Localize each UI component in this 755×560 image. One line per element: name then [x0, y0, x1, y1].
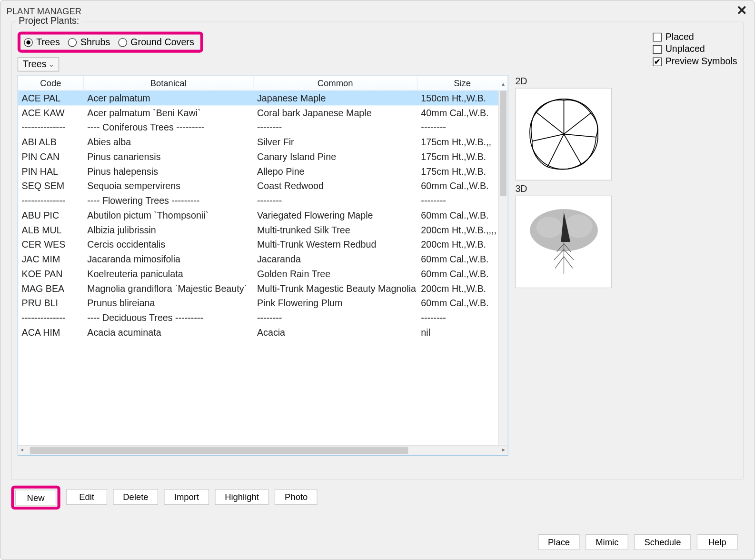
- cell-common: Silver Fir: [254, 137, 417, 147]
- preview-3d-label: 3D: [515, 184, 737, 194]
- schedule-button[interactable]: Schedule: [635, 534, 691, 550]
- import-button[interactable]: Import: [164, 489, 209, 505]
- photo-button[interactable]: Photo: [275, 489, 318, 505]
- place-button[interactable]: Place: [538, 534, 580, 550]
- cell-size: 175cm Ht.,W.B.: [417, 151, 507, 162]
- scroll-left-icon[interactable]: ◂: [20, 446, 23, 453]
- cell-common: Multi-Trunk Magestic Beauty Magnolia: [254, 283, 417, 294]
- column-size[interactable]: Size: [417, 76, 507, 90]
- table-row[interactable]: KOE PANKoelreuteria paniculataGolden Rai…: [18, 267, 507, 281]
- cell-common: Coast Redwood: [254, 180, 417, 191]
- radio-shrubs[interactable]: Shrubs: [68, 37, 110, 47]
- table-row[interactable]: PIN HALPinus halepensisAllepo Pine175cm …: [18, 164, 507, 179]
- svg-point-1: [536, 217, 562, 238]
- cell-common: Acacia: [254, 327, 417, 338]
- table-row[interactable]: ------------------ Deciduous Trees -----…: [18, 310, 507, 325]
- preview-3d-box: [515, 196, 612, 288]
- category-dropdown[interactable]: Trees ⌄: [18, 58, 60, 72]
- cell-code: PIN HAL: [18, 166, 84, 177]
- chevron-down-icon: ⌄: [49, 60, 54, 68]
- cell-common: --------: [254, 312, 417, 323]
- highlight-button[interactable]: Highlight: [215, 489, 269, 505]
- cell-size: --------: [417, 312, 507, 323]
- new-button[interactable]: New: [15, 490, 56, 505]
- cell-code: PRU BLI: [18, 298, 84, 308]
- table-row[interactable]: ABI ALBAbies albaSilver Fir175cm Ht.,W.B…: [18, 135, 507, 150]
- scroll-thumb[interactable]: [500, 91, 507, 196]
- cell-botanical: Pinus canariensis: [84, 151, 254, 162]
- cell-botanical: Sequoia sempervirens: [84, 180, 254, 191]
- cell-botanical: Koelreuteria paniculata: [84, 269, 254, 279]
- cell-common: --------: [254, 122, 417, 132]
- table-row[interactable]: ------------------ Flowering Trees -----…: [18, 193, 507, 208]
- delete-button[interactable]: Delete: [113, 489, 158, 505]
- mimic-button[interactable]: Mimic: [586, 534, 628, 550]
- table-row[interactable]: PRU BLIPrunus blireianaPink Flowering Pl…: [18, 296, 507, 310]
- cell-botanical: ---- Coniferous Trees ---------: [84, 122, 254, 132]
- radio-icon: [68, 38, 77, 46]
- bottom-buttons: Place Mimic Schedule Help: [0, 534, 738, 550]
- plants-table: Code Botanical Common Size ACE PALAcer p…: [18, 75, 508, 456]
- column-botanical[interactable]: Botanical: [84, 76, 254, 90]
- edit-button[interactable]: Edit: [66, 489, 107, 505]
- new-button-highlight: New: [11, 486, 60, 510]
- cell-size: 60mm Cal.,W.B.: [417, 254, 507, 264]
- column-common[interactable]: Common: [254, 76, 417, 90]
- tree-2d-icon: [523, 93, 605, 175]
- cell-code: MAG BEA: [18, 283, 84, 294]
- vertical-scrollbar[interactable]: ▴ ▾: [498, 91, 508, 445]
- check-preview-symbols[interactable]: Preview Symbols: [653, 56, 737, 67]
- table-row[interactable]: MAG BEAMagnolia grandiflora `Majestic Be…: [18, 281, 507, 296]
- cell-size: 60mm Cal.,W.B.: [417, 269, 507, 279]
- cell-botanical: Albizia julibrissin: [84, 225, 254, 235]
- cell-size: 150cm Ht.,W.B.: [417, 93, 507, 103]
- cell-code: SEQ SEM: [18, 180, 84, 191]
- cell-code: ACA HIM: [18, 327, 84, 338]
- cell-code: ACE PAL: [18, 93, 84, 103]
- scroll-right-icon[interactable]: ▸: [502, 446, 505, 453]
- radio-ground-covers[interactable]: Ground Covers: [118, 37, 194, 47]
- table-row[interactable]: ABU PICAbutilon pictum `Thompsonii`Varie…: [18, 208, 507, 223]
- cell-botanical: Acer palmatum `Beni Kawi`: [84, 108, 254, 118]
- radio-label: Ground Covers: [130, 37, 194, 47]
- cell-code: KOE PAN: [18, 269, 84, 279]
- cell-size: 200cm Ht.,W.B.,,,,: [417, 225, 507, 235]
- table-row[interactable]: ------------------ Coniferous Trees ----…: [18, 120, 507, 135]
- cell-common: Multi-Trunk Western Redbud: [254, 239, 417, 250]
- table-row[interactable]: PIN CANPinus canariensisCanary Island Pi…: [18, 150, 507, 164]
- cell-common: Allepo Pine: [254, 166, 417, 177]
- cell-common: Canary Island Pine: [254, 151, 417, 162]
- close-icon[interactable]: ✕: [734, 3, 749, 18]
- table-row[interactable]: ACA HIMAcacia acuminataAcacianil: [18, 325, 507, 340]
- table-row[interactable]: ALB MULAlbizia julibrissinMulti-trunked …: [18, 222, 507, 237]
- check-unplaced[interactable]: Unplaced: [653, 44, 737, 54]
- cell-common: Coral bark Japanese Maple: [254, 108, 417, 118]
- cell-botanical: Abies alba: [84, 137, 254, 147]
- check-placed[interactable]: Placed: [653, 31, 737, 42]
- checkbox-icon: [653, 32, 662, 41]
- cell-size: 175cm Ht.,W.B.,,: [417, 137, 507, 147]
- help-button[interactable]: Help: [697, 534, 738, 550]
- scroll-thumb[interactable]: [30, 447, 408, 454]
- project-plants-group: Project Plants: Trees Shrubs Ground Cove…: [11, 22, 744, 480]
- filter-checkboxes: Placed Unplaced Preview Symbols: [653, 31, 737, 68]
- checkbox-icon: [653, 57, 662, 66]
- cell-code: ABU PIC: [18, 210, 84, 220]
- cell-size: 40mm Cal.,W.B.: [417, 108, 507, 118]
- column-code[interactable]: Code: [18, 76, 84, 90]
- horizontal-scrollbar[interactable]: ◂ ▸: [18, 445, 507, 455]
- table-row[interactable]: JAC MIMJacaranda mimosifoliaJacaranda60m…: [18, 252, 507, 267]
- checkbox-icon: [653, 45, 662, 53]
- radio-trees[interactable]: Trees: [24, 37, 60, 47]
- cell-code: PIN CAN: [18, 151, 84, 162]
- table-row[interactable]: CER WESCercis occidentalisMulti-Trunk We…: [18, 237, 507, 252]
- table-row[interactable]: SEQ SEMSequoia sempervirensCoast Redwood…: [18, 179, 507, 193]
- check-label: Unplaced: [666, 44, 705, 54]
- table-row[interactable]: ACE KAWAcer palmatum `Beni Kawi`Coral ba…: [18, 105, 507, 120]
- cell-code: --------------: [18, 195, 84, 206]
- table-header: Code Botanical Common Size: [18, 76, 507, 91]
- cell-size: nil: [417, 327, 507, 338]
- scroll-up-icon[interactable]: ▴: [499, 80, 507, 90]
- cell-size: 60mm Cal.,W.B.: [417, 180, 507, 191]
- table-row[interactable]: ACE PALAcer palmatumJapanese Maple150cm …: [18, 91, 507, 106]
